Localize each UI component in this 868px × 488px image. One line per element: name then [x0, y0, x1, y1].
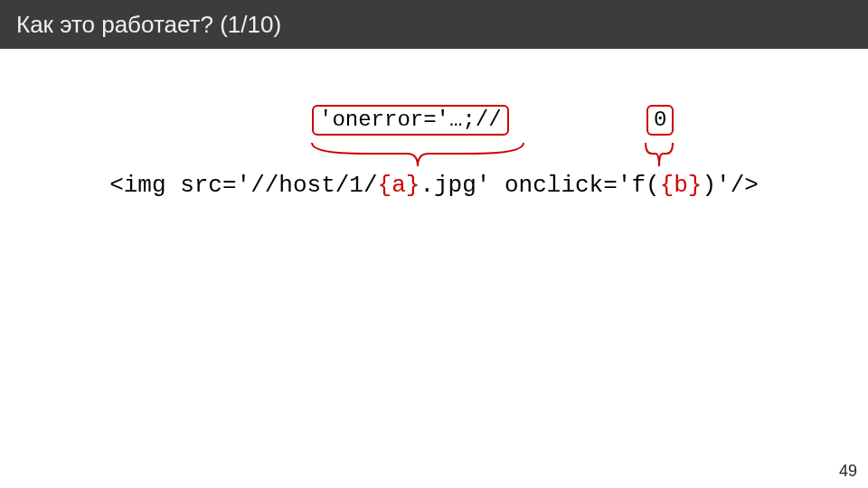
slide-header: Как это работает? (1/10) — [0, 0, 868, 49]
placeholder-a: {a} — [378, 172, 420, 199]
injection-badge-a: 'onerror='…;// — [312, 105, 509, 136]
curly-brace-a-icon — [312, 139, 524, 170]
injection-badge-b: 0 — [646, 105, 674, 136]
code-part-1: <img src='//host/1/ — [109, 172, 377, 199]
placeholder-b: {b} — [660, 172, 703, 199]
badge-row: 'onerror='…;// 0 — [0, 105, 868, 141]
page-number: 49 — [839, 462, 857, 481]
curly-brace-b-icon — [646, 139, 673, 170]
slide-title: Как это работает? (1/10) — [16, 11, 281, 39]
code-part-3: )'/> — [702, 172, 758, 199]
code-part-2: .jpg' onclick='f( — [420, 172, 659, 199]
slide-content: 'onerror='…;// 0 <img src='//host/1/{a}.… — [0, 49, 868, 488]
code-template: <img src='//host/1/{a}.jpg' onclick='f({… — [0, 172, 868, 199]
